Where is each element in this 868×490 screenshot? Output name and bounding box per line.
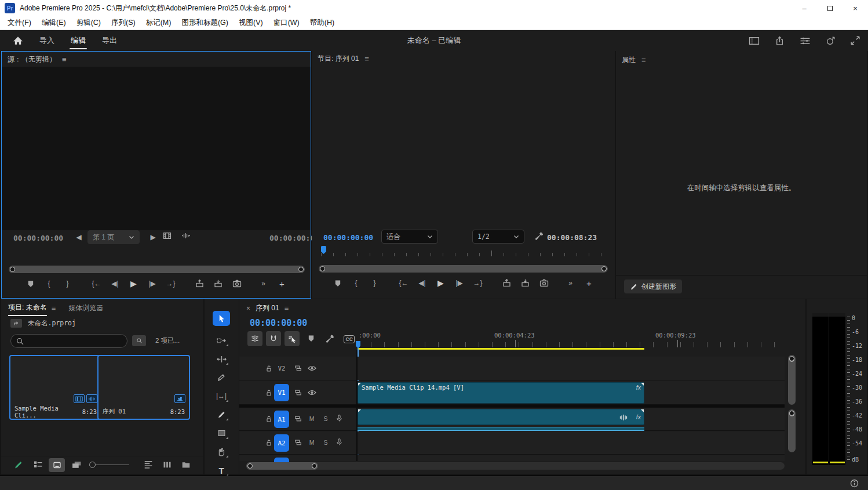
- project-breadcrumb[interactable]: 未命名.prproj: [10, 319, 76, 328]
- quick-export-progress-icon[interactable]: [826, 36, 836, 46]
- v1-lock-icon[interactable]: [264, 387, 274, 398]
- timeline-horizontal-scrollbar[interactable]: [246, 462, 785, 470]
- add-marker-icon[interactable]: [331, 277, 344, 289]
- properties-panel-menu-icon[interactable]: ≡: [641, 56, 646, 64]
- v2-lock-icon[interactable]: [264, 363, 274, 373]
- program-mini-timeline[interactable]: [320, 246, 607, 257]
- menu-graphics[interactable]: 图形和标题(G): [176, 16, 234, 30]
- audio-badge-icon[interactable]: [86, 394, 97, 403]
- project-panel-menu-icon[interactable]: ≡: [52, 304, 56, 315]
- tab-export[interactable]: 导出: [94, 30, 125, 51]
- video-badge-icon[interactable]: [74, 394, 85, 403]
- timeline-current-timecode[interactable]: 00:00:00:00: [250, 318, 307, 328]
- program-settings-wrench-icon[interactable]: [534, 231, 544, 241]
- a1-mute-button[interactable]: M: [307, 413, 317, 424]
- a2-sync-lock-icon[interactable]: [293, 437, 303, 448]
- menu-view[interactable]: 视图(V): [234, 16, 268, 30]
- create-new-graphic-button[interactable]: 创建新图形: [624, 280, 682, 293]
- program-fit-select[interactable]: 适合: [381, 230, 438, 244]
- go-to-out-icon[interactable]: →}: [472, 277, 484, 289]
- go-to-in-icon[interactable]: {←: [397, 277, 410, 289]
- list-view-icon[interactable]: [34, 461, 43, 469]
- v2-track-label[interactable]: V2: [276, 363, 287, 373]
- home-button[interactable]: [5, 30, 31, 51]
- project-search-input[interactable]: [10, 334, 127, 348]
- share-export-icon[interactable]: [775, 36, 785, 46]
- extract-icon[interactable]: [519, 277, 532, 289]
- icon-view-button[interactable]: [49, 458, 65, 472]
- source-current-timecode[interactable]: 00:00:00:00: [13, 234, 63, 242]
- workspaces-icon[interactable]: [749, 37, 760, 45]
- timeline-audio-vertical-scrollbar[interactable]: [788, 409, 796, 452]
- add-button-icon[interactable]: +: [583, 277, 596, 289]
- close-sequence-icon[interactable]: ×: [246, 304, 250, 313]
- program-zoom-scrollbar[interactable]: [319, 265, 608, 273]
- step-back-icon[interactable]: ◀|: [109, 278, 122, 289]
- freeform-view-icon[interactable]: [72, 461, 81, 469]
- timeline-add-marker-icon[interactable]: [308, 335, 315, 342]
- a2-lock-icon[interactable]: [264, 437, 274, 448]
- fullscreen-icon[interactable]: [851, 36, 860, 45]
- a1-lock-icon[interactable]: [264, 413, 274, 424]
- tab-project[interactable]: 项目: 未命名: [8, 303, 47, 316]
- track-select-forward-tool[interactable]: [213, 333, 230, 348]
- tab-import[interactable]: 导入: [31, 30, 63, 51]
- ripple-edit-tool[interactable]: [213, 351, 230, 366]
- program-zoom-select[interactable]: 1/2: [472, 230, 524, 244]
- menu-edit[interactable]: 编辑(E): [37, 16, 71, 30]
- timeline-tab[interactable]: × 序列 01 ≡: [246, 303, 289, 313]
- play-icon[interactable]: ▶: [435, 277, 447, 289]
- a2-target-track-button[interactable]: A2: [274, 434, 289, 452]
- maximize-button[interactable]: [817, 0, 843, 16]
- step-back-icon[interactable]: ◀|: [416, 277, 429, 289]
- video-clip-sample-media[interactable]: Sample Media Clip 14.mp4 [V] fx: [358, 382, 644, 404]
- mark-in-icon[interactable]: {: [350, 277, 363, 289]
- v1-target-track-button[interactable]: V1: [274, 384, 289, 401]
- thumbnail-zoom-slider[interactable]: [89, 462, 129, 468]
- info-icon[interactable]: [850, 479, 859, 488]
- program-panel-menu-icon[interactable]: ≡: [364, 55, 369, 63]
- timeline-panel-menu-icon[interactable]: ≡: [285, 304, 289, 313]
- menu-clip[interactable]: 剪辑(C): [71, 16, 106, 30]
- go-to-in-icon[interactable]: {←: [90, 278, 103, 289]
- mark-in-icon[interactable]: {: [43, 278, 56, 289]
- program-video-preview[interactable]: [330, 73, 596, 222]
- step-forward-icon[interactable]: |▶: [146, 278, 159, 289]
- insert-icon[interactable]: [194, 278, 206, 289]
- rectangle-tool[interactable]: [213, 426, 230, 441]
- search-bin-button[interactable]: [132, 335, 146, 346]
- zoom-slider-knob[interactable]: [89, 462, 96, 468]
- close-button[interactable]: ×: [843, 0, 868, 16]
- v2-sync-lock-icon[interactable]: [293, 363, 303, 373]
- razor-tool[interactable]: [213, 370, 230, 385]
- settings-sliders-icon[interactable]: [800, 37, 811, 45]
- step-forward-icon[interactable]: |▶: [453, 277, 466, 289]
- a1-target-track-button[interactable]: A1: [274, 411, 289, 428]
- source-next-page-icon[interactable]: ▶: [147, 231, 159, 243]
- drag-audio-only-icon[interactable]: [181, 232, 191, 239]
- automate-to-sequence-icon[interactable]: [163, 461, 172, 469]
- nest-sequence-button[interactable]: [247, 331, 262, 346]
- captions-cc-icon[interactable]: CC: [344, 335, 355, 343]
- pen-tool[interactable]: [213, 407, 230, 422]
- selection-tool[interactable]: [213, 311, 230, 326]
- sort-icon[interactable]: [144, 460, 153, 469]
- v2-toggle-visibility-eye-icon[interactable]: [307, 363, 317, 373]
- program-current-timecode[interactable]: 00:00:00:00: [323, 233, 373, 242]
- source-prev-page-icon[interactable]: ◀: [72, 231, 85, 243]
- timeline-ruler-ticks[interactable]: [358, 342, 786, 347]
- source-zoom-scrollbar[interactable]: [9, 266, 305, 273]
- project-writable-icon[interactable]: [14, 460, 23, 469]
- project-item-sample-media-clip[interactable]: Sample Media Cli... 8:23: [9, 355, 102, 420]
- a2-voice-record-mic-icon[interactable]: [334, 437, 344, 447]
- v1-sync-lock-icon[interactable]: [293, 387, 303, 398]
- tab-media-browser[interactable]: 媒体浏览器: [68, 303, 103, 315]
- lift-icon[interactable]: [501, 277, 513, 289]
- menu-sequence[interactable]: 序列(S): [106, 16, 141, 30]
- minimize-button[interactable]: –: [792, 0, 817, 16]
- linked-selection-button[interactable]: [285, 331, 300, 346]
- go-to-out-icon[interactable]: →}: [165, 278, 177, 289]
- add-button-icon[interactable]: +: [276, 278, 289, 289]
- hand-tool[interactable]: [213, 444, 230, 459]
- sequence-badge-icon[interactable]: [174, 394, 185, 403]
